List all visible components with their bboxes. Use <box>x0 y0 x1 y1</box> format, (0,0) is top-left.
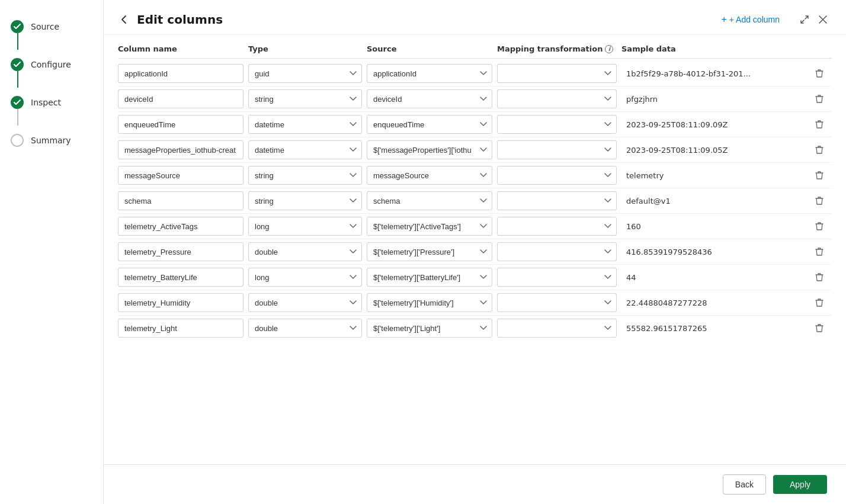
delete-row-button[interactable] <box>810 166 828 184</box>
step-indicator-summary <box>11 134 24 147</box>
source-select[interactable]: enqueuedTime <box>367 115 492 134</box>
delete-row-button[interactable] <box>810 90 828 108</box>
type-select[interactable]: guidstringdatetimelongdoubleintbooleanfl… <box>248 268 362 287</box>
mapping-select[interactable] <box>497 64 617 83</box>
table-row: guidstringdatetimelongdoubleintbooleanfl… <box>118 112 832 137</box>
type-select[interactable]: guidstringdatetimelongdoubleintbooleanfl… <box>248 64 362 83</box>
type-select[interactable]: guidstringdatetimelongdoubleintbooleanfl… <box>248 140 362 159</box>
sample-data-cell: pfgzjhrn <box>621 95 810 104</box>
step-indicator-inspect <box>11 96 24 109</box>
sidebar-item-inspect[interactable]: Inspect <box>0 88 103 117</box>
mapping-select[interactable] <box>497 115 617 134</box>
apply-button[interactable]: Apply <box>773 475 827 494</box>
add-column-button[interactable]: + + Add column <box>715 11 786 28</box>
source-select[interactable]: $['messageProperties']['iothu <box>367 140 492 159</box>
sample-data-cell: 44 <box>621 273 810 282</box>
sample-data-cell: 55582.96151787265 <box>621 324 810 333</box>
mapping-select[interactable] <box>497 242 617 261</box>
table-row: guidstringdatetimelongdoubleintbooleanfl… <box>118 290 832 316</box>
source-select[interactable]: $['telemetry']['Humidity'] <box>367 293 492 312</box>
sidebar-item-configure[interactable]: Configure <box>0 50 103 79</box>
type-select[interactable]: guidstringdatetimelongdoubleintbooleanfl… <box>248 217 362 236</box>
table-row: guidstringdatetimelongdoubleintbooleanfl… <box>118 137 832 163</box>
delete-row-button[interactable] <box>810 294 828 312</box>
type-select[interactable]: guidstringdatetimelongdoubleintbooleanfl… <box>248 293 362 312</box>
delete-row-button[interactable] <box>810 268 828 286</box>
column-name-input[interactable] <box>118 293 243 312</box>
main-content: Edit columns + + Add column Colum <box>104 0 846 504</box>
step-connector-1 <box>17 33 18 50</box>
sidebar-item-label-configure: Configure <box>31 60 71 69</box>
type-select[interactable]: guidstringdatetimelongdoubleintbooleanfl… <box>248 115 362 134</box>
add-icon: + <box>721 14 726 25</box>
type-select[interactable]: guidstringdatetimelongdoubleintbooleanfl… <box>248 242 362 261</box>
source-select[interactable]: applicationId <box>367 64 492 83</box>
header-actions: + + Add column <box>715 11 827 28</box>
table-row: guidstringdatetimelongdoubleintbooleanfl… <box>118 214 832 239</box>
sidebar-item-source[interactable]: Source <box>0 12 103 41</box>
source-select[interactable]: $['telemetry']['Pressure'] <box>367 242 492 261</box>
table-row: guidstringdatetimelongdoubleintbooleanfl… <box>118 239 832 265</box>
table-row: guidstringdatetimelongdoubleintbooleanfl… <box>118 61 832 86</box>
table-area: Column name Type Source Mapping transfor… <box>104 35 846 464</box>
source-select[interactable]: messageSource <box>367 166 492 185</box>
delete-row-button[interactable] <box>810 115 828 133</box>
type-select[interactable]: guidstringdatetimelongdoubleintbooleanfl… <box>248 319 362 338</box>
column-name-input[interactable] <box>118 64 243 83</box>
column-name-input[interactable] <box>118 319 243 338</box>
column-name-input[interactable] <box>118 166 243 185</box>
step-connector-2 <box>17 71 18 88</box>
delete-row-button[interactable] <box>810 192 828 210</box>
close-button[interactable] <box>819 15 827 24</box>
column-name-input[interactable] <box>118 191 243 210</box>
delete-row-button[interactable] <box>810 65 828 82</box>
delete-row-button[interactable] <box>810 141 828 159</box>
sample-data-cell: 160 <box>621 222 810 231</box>
column-name-input[interactable] <box>118 242 243 261</box>
delete-row-button[interactable] <box>810 217 828 235</box>
back-navigation-button[interactable] <box>118 14 130 25</box>
mapping-select[interactable] <box>497 140 617 159</box>
expand-button[interactable] <box>800 15 809 24</box>
source-select[interactable]: deviceId <box>367 89 492 108</box>
sidebar-item-label-inspect: Inspect <box>31 98 61 107</box>
column-name-input[interactable] <box>118 268 243 287</box>
mapping-select[interactable] <box>497 319 617 338</box>
mapping-select[interactable] <box>497 268 617 287</box>
source-select[interactable]: $['telemetry']['Light'] <box>367 319 492 338</box>
table-row: guidstringdatetimelongdoubleintbooleanfl… <box>118 316 832 341</box>
column-name-input[interactable] <box>118 140 243 159</box>
sidebar-item-label-summary: Summary <box>31 136 71 145</box>
page-title: Edit columns <box>137 12 223 27</box>
delete-row-button[interactable] <box>810 243 828 261</box>
mapping-select[interactable] <box>497 217 617 236</box>
mapping-select[interactable] <box>497 293 617 312</box>
type-select[interactable]: guidstringdatetimelongdoubleintbooleanfl… <box>248 191 362 210</box>
footer: Back Apply <box>104 464 846 504</box>
table-headers: Column name Type Source Mapping transfor… <box>118 44 832 59</box>
mapping-select[interactable] <box>497 89 617 108</box>
source-select[interactable]: $['telemetry']['BatteryLife'] <box>367 268 492 287</box>
step-indicator-configure <box>11 58 24 71</box>
table-body: guidstringdatetimelongdoubleintbooleanfl… <box>118 61 832 341</box>
mapping-info-icon: i <box>605 45 613 53</box>
source-select[interactable]: $['telemetry']['ActiveTags'] <box>367 217 492 236</box>
col-header-mapping: Mapping transformation i <box>497 44 621 53</box>
back-button[interactable]: Back <box>723 474 766 495</box>
source-select[interactable]: schema <box>367 191 492 210</box>
mapping-select[interactable] <box>497 166 617 185</box>
sidebar-item-summary[interactable]: Summary <box>0 126 103 155</box>
sidebar-item-label-source: Source <box>31 22 59 31</box>
delete-row-button[interactable] <box>810 319 828 337</box>
col-header-sample-data: Sample data <box>621 44 810 53</box>
sample-data-cell: 2023-09-25T08:11:09.05Z <box>621 146 810 155</box>
type-select[interactable]: guidstringdatetimelongdoubleintbooleanfl… <box>248 89 362 108</box>
sample-data-cell: 1b2f5f29-a78b-4012-bf31-201... <box>621 69 810 78</box>
mapping-select[interactable] <box>497 191 617 210</box>
column-name-input[interactable] <box>118 89 243 108</box>
column-name-input[interactable] <box>118 115 243 134</box>
type-select[interactable]: guidstringdatetimelongdoubleintbooleanfl… <box>248 166 362 185</box>
column-name-input[interactable] <box>118 217 243 236</box>
sidebar: Source Configure Inspect Summary <box>0 0 104 504</box>
sample-data-cell: default@v1 <box>621 197 810 206</box>
